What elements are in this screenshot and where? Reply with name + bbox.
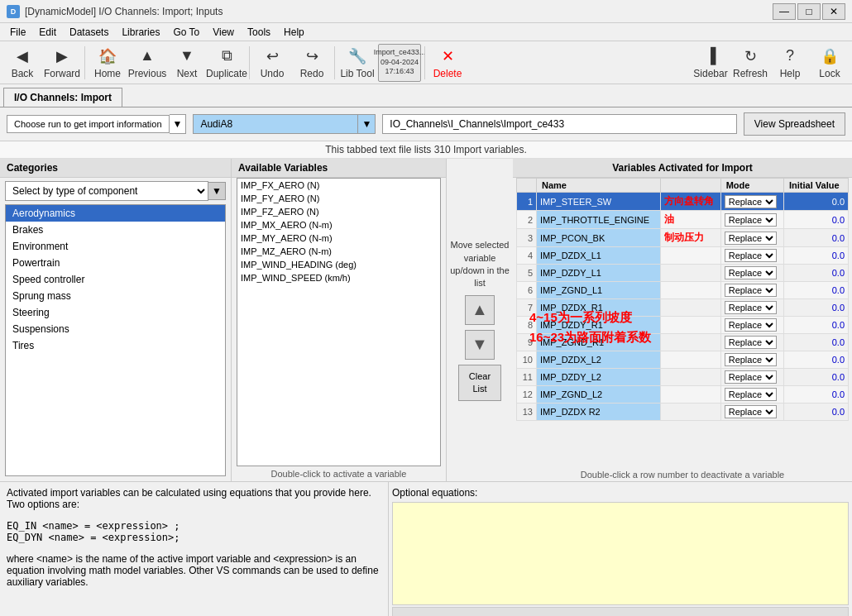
menu-edit[interactable]: Edit xyxy=(32,25,63,40)
row-mode-3[interactable]: Replace Add xyxy=(720,229,783,247)
mode-select-10[interactable]: Replace Add xyxy=(725,353,777,366)
category-type-select[interactable]: Select by type of component xyxy=(5,181,208,201)
var-item-wind-heading[interactable]: IMP_WIND_HEADING (deg) xyxy=(237,258,440,271)
var-item-wind-speed[interactable]: IMP_WIND_SPEED (km/h) xyxy=(237,271,440,284)
row-mode-1[interactable]: Replace Add xyxy=(720,193,783,211)
back-button[interactable]: ◀ Back xyxy=(3,44,41,82)
mode-select-9[interactable]: Replace Add xyxy=(725,336,777,349)
row-mode-10[interactable]: Replace Add xyxy=(720,351,783,369)
forward-button[interactable]: ▶ Forward xyxy=(43,44,81,82)
mode-select-5[interactable]: Replace Add xyxy=(725,266,777,279)
row-number-7[interactable]: 7 xyxy=(517,299,537,317)
category-dropdown-btn[interactable]: ▼ xyxy=(208,182,226,200)
view-spreadsheet-button[interactable]: View Spreadsheet xyxy=(744,112,845,136)
redo-button[interactable]: ↪ Redo xyxy=(293,44,331,82)
row-mode-6[interactable]: Replace Add xyxy=(720,282,783,299)
row-number-11[interactable]: 11 xyxy=(517,369,537,386)
var-item-my-aero[interactable]: IMP_MY_AERO (N-m) xyxy=(237,232,440,245)
duplicate-button[interactable]: ⧉ Duplicate xyxy=(208,44,246,82)
row-annotation-6 xyxy=(660,282,720,299)
category-item-powertrain[interactable]: Powertrain xyxy=(6,255,225,271)
menu-goto[interactable]: Go To xyxy=(166,25,206,40)
run-select-dropdown[interactable]: ▼ xyxy=(170,114,187,134)
category-item-suspensions[interactable]: Suspensions xyxy=(6,321,225,337)
info-text: This tabbed text file lists 310 Import v… xyxy=(0,141,852,159)
help-button[interactable]: ? Help xyxy=(771,44,809,82)
io-channels-tab[interactable]: I/O Channels: Import xyxy=(3,88,122,107)
mode-select-7[interactable]: Replace Add xyxy=(725,301,777,314)
mode-select-4[interactable]: Replace Add xyxy=(725,249,777,262)
mode-select-6[interactable]: Replace Add xyxy=(725,284,777,297)
row-number-6[interactable]: 6 xyxy=(517,282,537,299)
menu-file[interactable]: File xyxy=(3,25,32,40)
next-button[interactable]: ▼ Next xyxy=(168,44,206,82)
row-mode-13[interactable]: Replace Add xyxy=(720,404,783,421)
mode-select-8[interactable]: Replace Add xyxy=(725,318,777,332)
mode-select-13[interactable]: Replace Add xyxy=(725,405,777,418)
row-number-5[interactable]: 5 xyxy=(517,265,537,282)
row-mode-9[interactable]: Replace Add xyxy=(720,334,783,351)
var-item-mx-aero[interactable]: IMP_MX_AERO (N-m) xyxy=(237,218,440,232)
mode-select-12[interactable]: Replace Add xyxy=(725,388,777,401)
menu-datasets[interactable]: Datasets xyxy=(63,25,115,40)
menu-tools[interactable]: Tools xyxy=(241,25,277,40)
row-number-2[interactable]: 2 xyxy=(517,211,537,229)
row-mode-12[interactable]: Replace Add xyxy=(720,386,783,404)
category-item-aerodynamics[interactable]: Aerodynamics xyxy=(6,205,225,222)
equations-textarea[interactable] xyxy=(392,502,849,605)
category-item-steering[interactable]: Steering xyxy=(6,304,225,321)
lock-button[interactable]: 🔒 Lock xyxy=(811,44,849,82)
close-button[interactable]: ✕ xyxy=(822,3,845,20)
row-mode-7[interactable]: Replace Add xyxy=(720,299,783,317)
move-down-button[interactable]: ▼ xyxy=(465,330,495,360)
row-mode-11[interactable]: Replace Add xyxy=(720,369,783,386)
clear-list-button[interactable]: ClearList xyxy=(458,365,501,401)
var-item-mz-aero[interactable]: IMP_MZ_AERO (N-m) xyxy=(237,245,440,258)
var-item-fx-aero[interactable]: IMP_FX_AERO (N) xyxy=(237,179,440,192)
row-number-8[interactable]: 8 xyxy=(517,317,537,334)
menu-view[interactable]: View xyxy=(206,25,241,40)
help-icon: ? xyxy=(780,46,800,66)
category-item-tires[interactable]: Tires xyxy=(6,337,225,354)
delete-button[interactable]: ✕ Delete xyxy=(428,44,467,82)
row-mode-4[interactable]: Replace Add xyxy=(720,247,783,265)
model-dropdown[interactable]: ▼ xyxy=(358,114,376,134)
model-name-input[interactable]: AudiA8 xyxy=(193,114,358,134)
maximize-button[interactable]: □ xyxy=(797,3,821,20)
minimize-button[interactable]: — xyxy=(773,3,796,20)
category-item-sprung-mass[interactable]: Sprung mass xyxy=(6,288,225,304)
row-number-1[interactable]: 1 xyxy=(517,193,537,211)
refresh-button[interactable]: ↻ Refresh xyxy=(731,44,769,82)
category-item-brakes[interactable]: Brakes xyxy=(6,222,225,238)
move-up-button[interactable]: ▲ xyxy=(465,295,495,325)
category-item-speed-controller[interactable]: Speed controller xyxy=(6,271,225,288)
horizontal-scrollbar[interactable] xyxy=(392,607,849,616)
row-number-12[interactable]: 12 xyxy=(517,386,537,404)
var-item-fz-aero[interactable]: IMP_FZ_AERO (N) xyxy=(237,205,440,218)
row-number-13[interactable]: 13 xyxy=(517,404,537,421)
lib-tool-button[interactable]: 🔧 Lib Tool xyxy=(338,44,376,82)
mode-select-1[interactable]: Replace Add xyxy=(725,195,777,208)
row-name-7: IMP_DZDX_R1 xyxy=(537,299,661,317)
home-button[interactable]: 🏠 Home xyxy=(89,44,127,82)
mode-select-11[interactable]: Replace Add xyxy=(725,370,777,384)
category-item-environment[interactable]: Environment xyxy=(6,238,225,255)
row-mode-2[interactable]: Replace Add xyxy=(720,211,783,229)
row-number-10[interactable]: 10 xyxy=(517,351,537,369)
run-select-btn[interactable]: Choose run to get import information xyxy=(7,115,170,133)
mode-select-3[interactable]: Replace Add xyxy=(725,232,777,245)
parsfile-button[interactable]: Import_ce433...09-04-2024 17:16:43 xyxy=(378,44,421,82)
row-mode-8[interactable]: Replace Add xyxy=(720,317,783,334)
undo-button[interactable]: ↩ Undo xyxy=(253,44,291,82)
row-annotation-3: 制动压力 xyxy=(660,229,720,247)
row-number-4[interactable]: 4 xyxy=(517,247,537,265)
mode-select-2[interactable]: Replace Add xyxy=(725,213,777,227)
menu-libraries[interactable]: Libraries xyxy=(115,25,166,40)
row-mode-5[interactable]: Replace Add xyxy=(720,265,783,282)
var-item-fy-aero[interactable]: IMP_FY_AERO (N) xyxy=(237,192,440,205)
row-number-9[interactable]: 9 xyxy=(517,334,537,351)
row-number-3[interactable]: 3 xyxy=(517,229,537,247)
sidebar-button[interactable]: ▐ Sidebar xyxy=(692,44,730,82)
previous-button[interactable]: ▲ Previous xyxy=(128,44,166,82)
menu-help[interactable]: Help xyxy=(277,25,311,40)
